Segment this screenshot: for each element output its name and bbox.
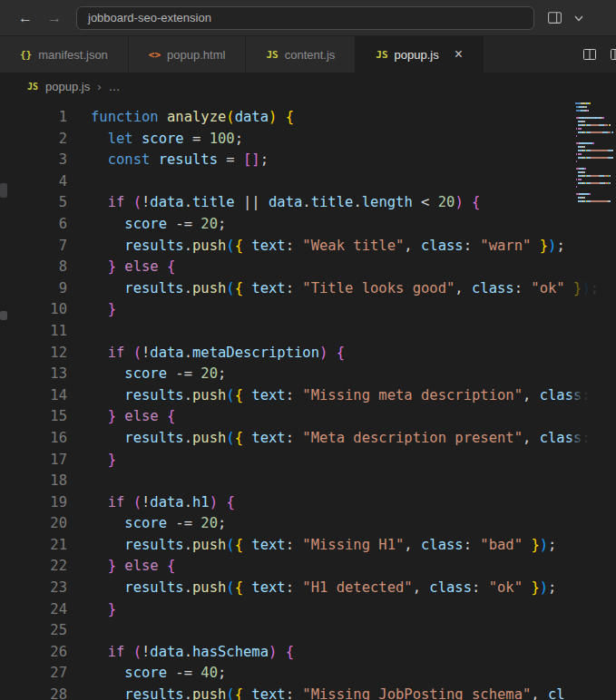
layout-icon[interactable] — [547, 10, 562, 25]
minimap-line — [575, 110, 613, 112]
code-line[interactable]: 27 score -= 40; — [0, 663, 616, 685]
back-icon[interactable]: ← — [18, 10, 33, 26]
tab-manifest.json[interactable]: {}manifest.json — [0, 36, 129, 73]
code-line[interactable]: 28 results.push({ text: "Missing JobPost… — [0, 685, 616, 700]
code-line[interactable]: 26 if (!data.hasSchema) { — [0, 642, 616, 664]
code-line[interactable]: 1function analyze(data) { — [0, 107, 616, 129]
code-line[interactable]: 14 results.push({ text: "Missing meta de… — [0, 385, 616, 407]
code-editor[interactable]: 1function analyze(data) {2 let score = 1… — [0, 100, 616, 700]
tab-popup.js[interactable]: JSpopup.js× — [356, 36, 484, 73]
code-line[interactable]: 10 } — [0, 299, 616, 321]
json-icon: {} — [20, 49, 32, 61]
line-number[interactable]: 24 — [0, 599, 67, 621]
code-lines: 1function analyze(data) {2 let score = 1… — [0, 107, 616, 700]
line-number[interactable]: 21 — [0, 535, 67, 557]
close-icon[interactable]: × — [455, 47, 463, 62]
line-number[interactable]: 6 — [0, 214, 67, 236]
minimap-line — [575, 142, 613, 144]
minimap-line — [575, 150, 613, 151]
minimap-line — [575, 102, 613, 104]
minimap-line — [575, 106, 613, 108]
line-number[interactable]: 5 — [0, 192, 67, 214]
line-number[interactable]: 7 — [0, 236, 67, 258]
code-line[interactable]: 11 — [0, 321, 616, 343]
line-number[interactable]: 14 — [0, 385, 67, 407]
breadcrumb: JS popup.js › … — [0, 73, 616, 100]
code-line[interactable]: 15 } else { — [0, 406, 616, 428]
code-line[interactable]: 25 — [0, 620, 616, 642]
line-number[interactable]: 28 — [0, 685, 67, 700]
minimap-line — [575, 179, 613, 180]
code-text: results.push({ text: "Missing JobPosting… — [91, 685, 565, 700]
breadcrumb-file[interactable]: popup.js — [45, 80, 90, 93]
line-number[interactable]: 26 — [0, 642, 67, 664]
code-text: if (!data.h1) { — [91, 492, 235, 514]
titlebar-actions — [534, 10, 584, 25]
code-line[interactable]: 16 results.push({ text: "Meta descriptio… — [0, 428, 616, 450]
line-number[interactable]: 1 — [0, 107, 67, 129]
code-line[interactable]: 13 score -= 20; — [0, 364, 616, 385]
code-line[interactable]: 2 let score = 100; — [0, 129, 616, 151]
code-line[interactable]: 5 if (!data.title || data.title.length <… — [0, 192, 616, 214]
code-line[interactable]: 3 const results = []; — [0, 150, 616, 171]
line-number[interactable]: 25 — [0, 620, 67, 642]
code-line[interactable]: 20 score -= 20; — [0, 513, 616, 535]
command-center-label: jobboard-seo-extension — [88, 11, 211, 24]
minimap[interactable] — [569, 100, 616, 700]
minimap-line — [575, 146, 613, 148]
split-editor-icon[interactable] — [582, 47, 597, 62]
code-line[interactable]: 22 } else { — [0, 556, 616, 578]
gutter-decoration — [0, 311, 7, 320]
chevron-right-icon: › — [97, 80, 101, 93]
line-number[interactable]: 23 — [0, 578, 67, 599]
minimap-line — [575, 164, 613, 166]
line-number[interactable]: 9 — [0, 278, 67, 300]
minimap-line — [575, 139, 613, 141]
code-line[interactable]: 17 } — [0, 450, 616, 472]
breadcrumb-symbol[interactable]: … — [109, 80, 121, 93]
line-number[interactable]: 10 — [0, 299, 67, 321]
line-number[interactable]: 12 — [0, 343, 67, 365]
title-bar: ← → jobboard-seo-extension — [0, 0, 616, 36]
tab-label: manifest.json — [38, 48, 108, 62]
line-number[interactable]: 13 — [0, 364, 67, 385]
code-line[interactable]: 24 } — [0, 599, 616, 621]
line-number[interactable]: 4 — [0, 171, 67, 193]
command-center-search[interactable]: jobboard-seo-extension — [76, 6, 534, 30]
line-number[interactable]: 18 — [0, 471, 67, 492]
chevron-down-icon[interactable] — [573, 13, 584, 24]
tabs-container: {}manifest.json<>popup.htmlJScontent.jsJ… — [0, 36, 570, 73]
line-number[interactable]: 11 — [0, 321, 67, 343]
code-text: } else { — [91, 556, 175, 578]
code-line[interactable]: 12 if (!data.metaDescription) { — [0, 343, 616, 365]
line-number[interactable]: 8 — [0, 257, 67, 278]
minimap-line — [575, 193, 613, 195]
js-icon: JS — [376, 49, 387, 61]
code-line[interactable]: 4 — [0, 171, 616, 193]
more-actions-icon[interactable] — [610, 47, 616, 62]
tab-popup.html[interactable]: <>popup.html — [129, 36, 247, 73]
code-line[interactable]: 6 score -= 20; — [0, 214, 616, 236]
code-line[interactable]: 23 results.push({ text: "H1 detected", c… — [0, 578, 616, 599]
line-number[interactable]: 16 — [0, 428, 67, 450]
line-number[interactable]: 22 — [0, 556, 67, 578]
tab-content.js[interactable]: JScontent.js — [246, 36, 356, 73]
code-line[interactable]: 21 results.push({ text: "Missing H1", cl… — [0, 535, 616, 557]
line-number[interactable]: 3 — [0, 150, 67, 171]
code-line[interactable]: 18 — [0, 471, 616, 492]
line-number[interactable]: 20 — [0, 513, 67, 535]
line-number[interactable]: 2 — [0, 129, 67, 151]
line-number[interactable]: 19 — [0, 492, 67, 514]
minimap-line — [575, 171, 613, 173]
code-line[interactable]: 9 results.push({ text: "Title looks good… — [0, 278, 616, 300]
html-icon: <> — [149, 49, 161, 61]
line-number[interactable]: 27 — [0, 663, 67, 685]
code-line[interactable]: 19 if (!data.h1) { — [0, 492, 616, 514]
forward-icon[interactable]: → — [47, 10, 62, 26]
code-line[interactable]: 8 } else { — [0, 257, 616, 278]
code-text: } — [91, 450, 116, 472]
line-number[interactable]: 17 — [0, 450, 67, 472]
line-number[interactable]: 15 — [0, 406, 67, 428]
code-line[interactable]: 7 results.push({ text: "Weak title", cla… — [0, 236, 616, 258]
tab-label: popup.html — [167, 48, 225, 62]
